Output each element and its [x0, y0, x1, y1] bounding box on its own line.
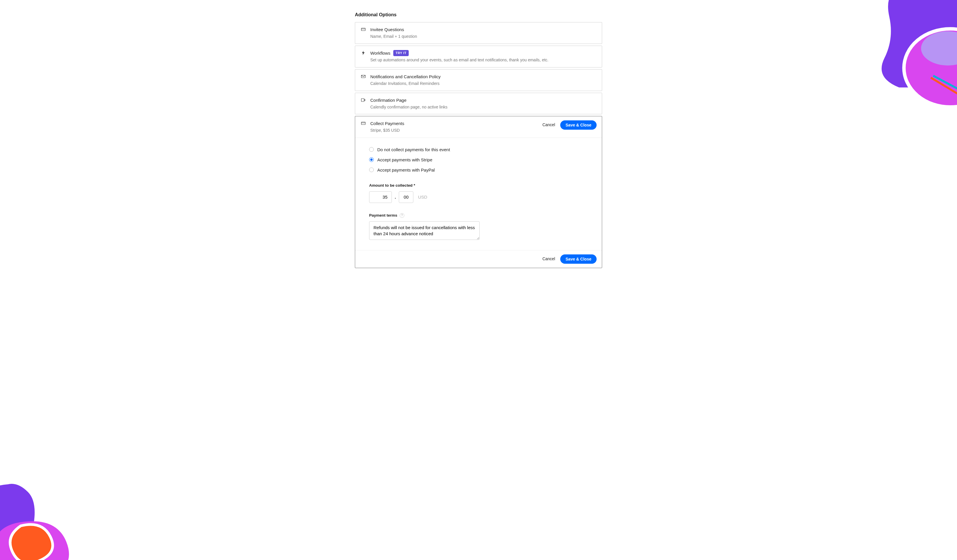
amount-label: Amount to be collected *: [369, 183, 588, 188]
radio-label: Accept payments with PayPal: [377, 167, 435, 173]
mail-icon: [360, 74, 366, 79]
panel-notifications[interactable]: Notifications and Cancellation Policy Ca…: [355, 69, 602, 91]
help-icon[interactable]: ?: [400, 213, 404, 218]
payment-method-radio-group: Do not collect payments for this event A…: [369, 147, 588, 173]
svg-rect-7: [361, 122, 365, 125]
panel-subtitle: Stripe, $35 USD: [370, 128, 404, 134]
panel-title: Notifications and Cancellation Policy: [370, 74, 441, 80]
radio-label: Do not collect payments for this event: [377, 147, 450, 153]
panel-header: Collect Payments Stripe, $35 USD Cancel …: [355, 116, 602, 138]
radio-no-payments[interactable]: Do not collect payments for this event: [369, 147, 588, 153]
svg-rect-3: [361, 28, 365, 31]
payment-terms-input[interactable]: [369, 221, 480, 240]
panel-invitee-questions[interactable]: Invitee Questions Name, Email + 1 questi…: [355, 22, 602, 44]
currency-label: USD: [418, 194, 427, 200]
panel-subtitle: Name, Email + 1 question: [370, 34, 417, 39]
terms-label: Payment terms: [369, 213, 397, 218]
amount-dollars-input[interactable]: [369, 191, 392, 203]
lightning-icon: [360, 50, 366, 56]
amount-cents-input[interactable]: [399, 191, 413, 203]
panel-title: Confirmation Page: [370, 97, 406, 103]
save-close-button[interactable]: Save & Close: [560, 120, 597, 130]
svg-rect-5: [361, 75, 365, 77]
radio-icon: [369, 167, 374, 172]
panel-workflows[interactable]: Workflows TRY IT Set up automations arou…: [355, 46, 602, 68]
panel-confirmation-page[interactable]: Confirmation Page Calendly confirmation …: [355, 93, 602, 115]
radio-stripe[interactable]: Accept payments with Stripe: [369, 157, 588, 163]
section-title: Additional Options: [355, 12, 602, 18]
panel-collect-payments: Collect Payments Stripe, $35 USD Cancel …: [355, 116, 602, 268]
radio-icon: [369, 147, 374, 152]
panel-title: Workflows: [370, 50, 390, 56]
radio-icon: [369, 157, 374, 162]
save-close-button[interactable]: Save & Close: [560, 254, 597, 264]
redirect-icon: [360, 97, 366, 103]
cancel-button[interactable]: Cancel: [543, 256, 555, 262]
decimal-separator: .: [395, 194, 396, 200]
panel-subtitle: Calendar Invitations, Email Reminders: [370, 81, 441, 87]
radio-label: Accept payments with Stripe: [377, 157, 432, 163]
card-icon: [360, 120, 366, 126]
radio-paypal[interactable]: Accept payments with PayPal: [369, 167, 588, 173]
form-icon: [360, 27, 366, 32]
panel-title: Collect Payments: [370, 120, 404, 126]
panel-footer: Cancel Save & Close: [355, 250, 602, 268]
panel-subtitle: Calendly confirmation page, no active li…: [370, 104, 447, 110]
panel-title: Invitee Questions: [370, 27, 404, 33]
panel-subtitle: Set up automations around your events, s…: [370, 57, 548, 63]
cancel-button[interactable]: Cancel: [543, 122, 555, 128]
try-it-badge: TRY IT: [393, 50, 409, 56]
